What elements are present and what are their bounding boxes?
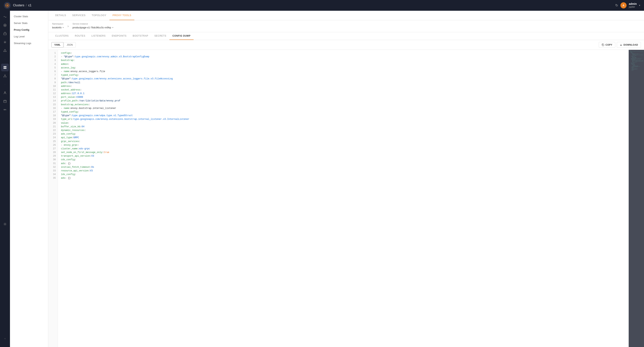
namespace-select[interactable]: bookinfo ▾ — [52, 25, 64, 30]
namespace-arrow: ▾ — [63, 26, 64, 28]
format-tabs: YAML JSON — [51, 42, 76, 48]
breadcrumb: Clusters / c1 — [13, 4, 32, 7]
service-instance-select[interactable]: productpage-v1-76dc96cc5c-nr9hp ▾ — [72, 25, 113, 30]
sidebar-icon-dashboard[interactable] — [1, 64, 9, 71]
user-menu-chevron[interactable]: ▾ — [639, 4, 640, 7]
code-content[interactable]: 1234567891011121314151617181920212223242… — [48, 50, 644, 347]
username: admin — [629, 2, 637, 6]
service-instance-label: Service instance — [72, 22, 113, 25]
content-sidebar: Cluster Stats Server Stats Proxy Config … — [10, 11, 48, 347]
svg-point-17 — [4, 76, 4, 77]
service-instance-arrow: ▾ — [112, 26, 113, 28]
svg-rect-13 — [5, 66, 6, 67]
svg-line-20 — [5, 75, 6, 76]
svg-rect-12 — [4, 66, 5, 67]
sidebar-item-cluster-stats[interactable]: Cluster Stats — [10, 13, 48, 20]
minimap: configs: - "@type": type.googleapis.com/… — [629, 50, 644, 347]
sidebar-item-log-level[interactable]: Log Level — [10, 33, 48, 40]
code-actions: COPY DOWNLOAD — [599, 42, 641, 48]
refresh-icon[interactable]: ↻ — [615, 3, 618, 8]
tab-proxy-tools[interactable]: PROXY TOOLS — [110, 11, 134, 20]
sidebar-icon-calendar[interactable] — [1, 98, 9, 105]
svg-rect-15 — [5, 68, 6, 69]
svg-point-26 — [4, 224, 6, 225]
sub-tab-bootstrap[interactable]: BOOTSTRAP — [130, 32, 151, 40]
sub-tab-clusters[interactable]: CLUSTERS — [52, 32, 72, 40]
user-org: jupiter — [629, 6, 637, 9]
sidebar-icon-services[interactable] — [1, 38, 9, 46]
sub-tab-endpoints[interactable]: ENDPOINTS — [109, 32, 130, 40]
tab-topology[interactable]: TOPOLOGY — [88, 11, 110, 20]
sidebar-item-proxy-config[interactable]: Proxy Config — [10, 26, 48, 33]
sidebar-icon-istio[interactable] — [1, 47, 9, 54]
sidebar-icon-profiles[interactable] — [1, 89, 9, 96]
sub-tab-listeners[interactable]: LISTENERS — [88, 32, 109, 40]
sidebar-icon-wasm[interactable]: WA — [1, 106, 9, 114]
copy-icon — [602, 44, 604, 46]
sidebar-item-streaming-logs[interactable]: Streaming Logs — [10, 40, 48, 46]
download-button[interactable]: DOWNLOAD — [617, 42, 641, 48]
sidebar-icon-dot1: • — [1, 55, 9, 63]
sidebar-icon-network[interactable] — [1, 72, 9, 80]
code-lines: configs: - "@type": type.googleapis.com/… — [58, 50, 629, 347]
sub-tab-secrets[interactable]: SECRETS — [152, 32, 170, 40]
sidebar-item-server-stats[interactable]: Server Stats — [10, 20, 48, 26]
avatar: A — [620, 2, 626, 8]
svg-point-7 — [4, 25, 6, 26]
svg-point-1 — [6, 4, 8, 6]
svg-rect-27 — [602, 44, 604, 46]
svg-rect-14 — [4, 68, 5, 69]
svg-rect-8 — [4, 33, 6, 35]
main-tab-bar: DETAILS SERVICES TOPOLOGY PROXY TOOLS — [48, 11, 644, 20]
sidebar-icon-dot2: • — [1, 80, 9, 88]
sidebar-icons: • • WA « — [0, 11, 10, 347]
sidebar-icon-graph[interactable] — [1, 13, 9, 21]
tab-details[interactable]: DETAILS — [52, 11, 69, 20]
svg-marker-11 — [4, 49, 6, 52]
code-header: YAML JSON COPY DOWNLOAD — [48, 40, 644, 50]
filter-bar: Namespace bookinfo ▾ › Service instance … — [48, 20, 644, 32]
svg-line-19 — [4, 75, 5, 76]
download-icon — [620, 44, 622, 46]
sidebar-collapse-icon[interactable]: « — [1, 335, 9, 342]
copy-label: COPY — [606, 44, 612, 46]
svg-point-9 — [4, 42, 6, 43]
filter-separator: › — [68, 24, 68, 28]
proxy-tab-bar: CLUSTERS ROUTES LISTENERS ENDPOINTS BOOT… — [48, 32, 644, 40]
svg-point-21 — [4, 92, 6, 93]
user-info: admin jupiter — [629, 2, 637, 9]
sub-tab-config-dump[interactable]: CONFIG DUMP — [170, 32, 194, 40]
app-logo[interactable] — [4, 2, 11, 9]
sidebar-icon-overview[interactable] — [1, 22, 9, 29]
svg-rect-22 — [4, 100, 6, 102]
breadcrumb-separator: / — [26, 4, 27, 7]
svg-point-16 — [4, 74, 5, 75]
sidebar-icon-workloads[interactable] — [1, 30, 9, 38]
line-numbers: 1234567891011121314151617181920212223242… — [48, 50, 58, 347]
breadcrumb-current: c1 — [28, 4, 32, 7]
sub-tab-routes[interactable]: ROUTES — [72, 32, 88, 40]
sidebar-icon-settings[interactable] — [1, 220, 9, 228]
download-label: DOWNLOAD — [624, 44, 638, 46]
format-tab-yaml[interactable]: YAML — [51, 42, 64, 48]
namespace-value: bookinfo — [52, 26, 62, 29]
breadcrumb-parent[interactable]: Clusters — [13, 4, 24, 7]
format-tab-json[interactable]: JSON — [64, 42, 76, 48]
service-instance-value: productpage-v1-76dc96cc5c-nr9hp — [72, 26, 111, 29]
namespace-label: Namespace — [52, 22, 64, 25]
copy-button[interactable]: COPY — [599, 42, 615, 48]
tab-services[interactable]: SERVICES — [69, 11, 89, 20]
svg-point-18 — [6, 76, 6, 77]
